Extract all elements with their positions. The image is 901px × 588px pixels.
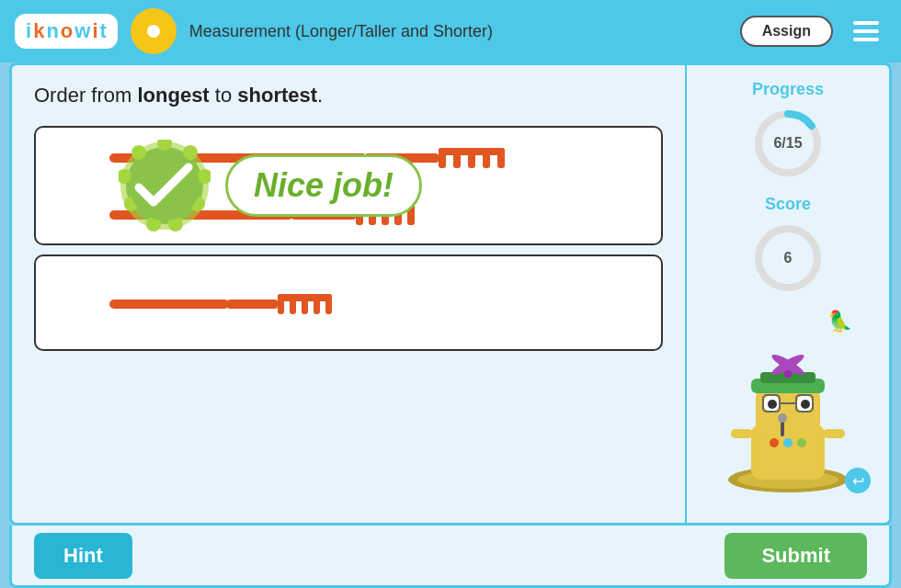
menu-button[interactable] (846, 17, 886, 45)
right-panel: Progress 6/15 Score 6 🦜 (687, 65, 889, 523)
mascot-area: 🦜 (705, 310, 871, 493)
score-label: Score (765, 195, 811, 214)
logo: iknowit (15, 14, 118, 49)
menu-line-2 (853, 29, 879, 33)
svg-rect-36 (278, 294, 332, 301)
svg-rect-7 (439, 148, 505, 155)
left-panel: Order from longest to shortest. (12, 65, 687, 523)
question-text: Order from longest to shortest. (34, 84, 663, 107)
score-section: Score 6 (751, 195, 825, 295)
menu-line-1 (853, 21, 879, 25)
nice-job-text: Nice job! (225, 154, 422, 217)
progress-section: Progress 6/15 (751, 80, 825, 180)
submit-button[interactable]: Submit (724, 533, 867, 579)
svg-point-57 (778, 413, 787, 423)
progress-circle: 6/15 (751, 107, 825, 180)
robot-mascot (714, 337, 861, 493)
header: iknowit Measurement (Longer/Taller and S… (0, 0, 901, 62)
svg-rect-30 (227, 300, 278, 309)
nice-job-overlay: Nice job! (119, 140, 422, 232)
svg-point-62 (797, 438, 806, 447)
bold-shortest: shortest (237, 84, 317, 107)
footer: Hint Submit (9, 526, 892, 588)
svg-rect-59 (823, 429, 845, 438)
menu-line-3 (853, 38, 879, 41)
svg-point-51 (768, 400, 777, 409)
fork-box-2 (34, 254, 663, 351)
fork-small (109, 290, 348, 316)
score-value: 6 (784, 250, 793, 266)
fork-box-1: Nice job! (34, 126, 663, 245)
hint-button[interactable]: Hint (34, 533, 132, 579)
lesson-title: Measurement (Longer/Taller and Shorter) (189, 22, 727, 41)
bird-decoration: 🦜 (827, 310, 852, 334)
success-badge (119, 140, 211, 232)
back-button[interactable]: ↩ (845, 468, 871, 493)
bold-longest: longest (137, 84, 209, 107)
svg-point-60 (770, 438, 779, 447)
main-content: Order from longest to shortest. (9, 62, 892, 526)
progress-value: 6/15 (773, 135, 802, 152)
svg-point-61 (783, 438, 793, 447)
score-circle: 6 (751, 221, 825, 295)
svg-rect-29 (109, 300, 229, 309)
svg-point-52 (801, 400, 810, 409)
svg-rect-58 (731, 429, 753, 438)
badge-svg (119, 140, 211, 232)
progress-label: Progress (752, 80, 824, 99)
lesson-icon (131, 8, 177, 54)
assign-button[interactable]: Assign (740, 16, 833, 47)
